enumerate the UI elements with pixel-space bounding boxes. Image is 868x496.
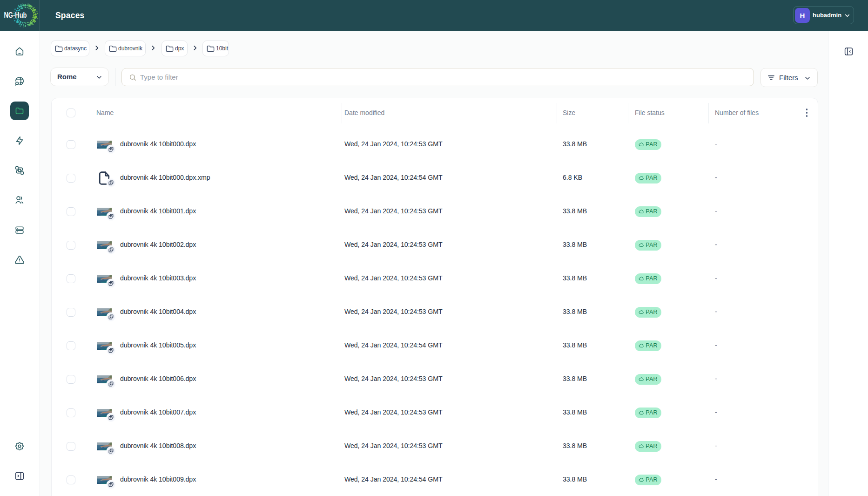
svg-text:NG-Hub: NG-Hub — [4, 11, 27, 19]
